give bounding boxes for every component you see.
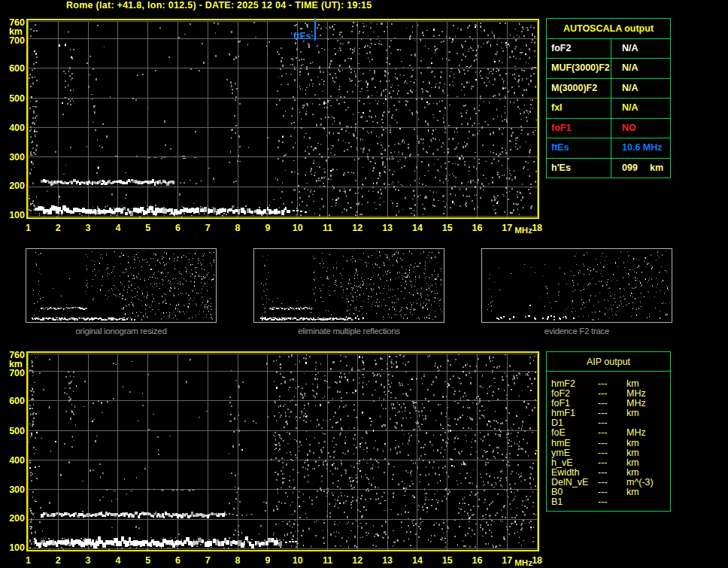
svg-text:500: 500 — [9, 426, 25, 436]
svg-text:6: 6 — [175, 223, 180, 233]
svg-text:9: 9 — [265, 555, 270, 566]
svg-text:10: 10 — [293, 223, 303, 233]
svg-text:18: 18 — [532, 555, 542, 566]
svg-text:13: 13 — [382, 555, 393, 566]
svg-text:5: 5 — [145, 223, 150, 233]
svg-text:8: 8 — [235, 555, 241, 566]
svg-text:18: 18 — [532, 223, 542, 233]
svg-text:16: 16 — [472, 223, 483, 233]
svg-text:eliminate multiple reflections: eliminate multiple reflections — [298, 327, 400, 336]
svg-text:400: 400 — [9, 455, 25, 466]
svg-text:1: 1 — [26, 555, 31, 566]
svg-text:15: 15 — [442, 223, 453, 233]
svg-text:9: 9 — [265, 223, 270, 233]
svg-text:500: 500 — [9, 93, 25, 104]
svg-text:2: 2 — [56, 555, 61, 566]
svg-text:12: 12 — [352, 223, 362, 233]
svg-text:300: 300 — [9, 152, 25, 163]
svg-text:MHz: MHz — [514, 226, 532, 235]
svg-text:3: 3 — [86, 223, 91, 233]
svg-text:km: km — [9, 359, 23, 369]
svg-text:100: 100 — [9, 542, 25, 553]
svg-text:11: 11 — [323, 223, 332, 233]
svg-text:13: 13 — [382, 223, 393, 233]
svg-text:600: 600 — [9, 63, 25, 74]
svg-text:11: 11 — [323, 555, 332, 566]
svg-text:300: 300 — [9, 484, 25, 495]
svg-text:200: 200 — [9, 181, 25, 191]
svg-text:km: km — [9, 26, 23, 37]
svg-text:3: 3 — [86, 555, 91, 566]
svg-text:14: 14 — [412, 555, 423, 566]
svg-text:6: 6 — [175, 555, 180, 566]
svg-text:100: 100 — [9, 210, 25, 220]
svg-text:evidence F2 trace: evidence F2 trace — [544, 327, 609, 336]
svg-text:7: 7 — [205, 555, 211, 566]
svg-text:8: 8 — [235, 223, 241, 233]
svg-text:400: 400 — [9, 123, 25, 133]
svg-text:original ionogram resized: original ionogram resized — [76, 327, 167, 336]
svg-text:1: 1 — [26, 223, 31, 233]
svg-text:10: 10 — [293, 555, 303, 566]
svg-text:12: 12 — [352, 555, 362, 566]
svg-text:14: 14 — [412, 223, 423, 233]
svg-text:15: 15 — [442, 555, 453, 566]
svg-text:4: 4 — [115, 223, 120, 233]
svg-text:4: 4 — [115, 555, 120, 566]
svg-text:200: 200 — [9, 513, 25, 524]
svg-text:600: 600 — [9, 396, 25, 406]
svg-text:17: 17 — [502, 555, 512, 566]
svg-text:17: 17 — [502, 223, 512, 233]
svg-text:2: 2 — [56, 223, 61, 233]
svg-text:MHz: MHz — [514, 558, 532, 567]
svg-text:16: 16 — [472, 555, 483, 566]
svg-text:5: 5 — [145, 555, 150, 566]
svg-text:7: 7 — [205, 223, 211, 233]
svg-text:ftEs: ftEs — [293, 31, 311, 41]
